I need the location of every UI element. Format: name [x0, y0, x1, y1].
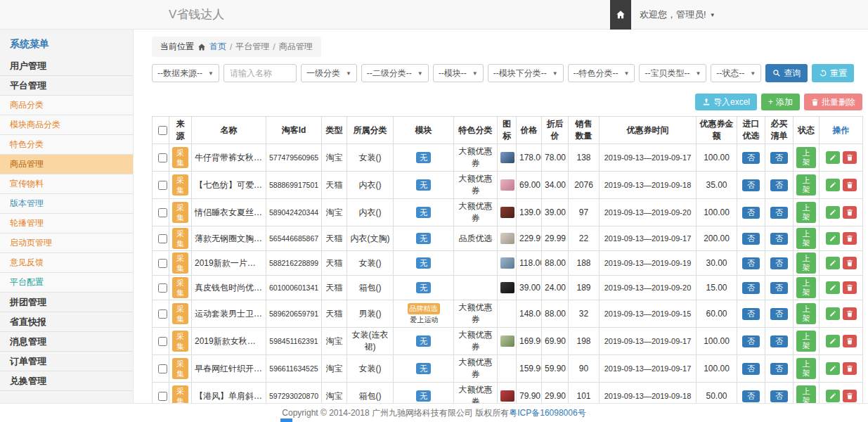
sidebar-item[interactable]: 宣传物料: [0, 174, 133, 194]
delete-button[interactable]: [843, 362, 857, 375]
sidebar-item[interactable]: 订单管理: [0, 352, 133, 371]
row-checkbox[interactable]: [158, 181, 167, 190]
add-button[interactable]: + 添加: [761, 94, 800, 110]
status-button[interactable]: 上架: [796, 385, 816, 403]
sidebar-item[interactable]: 商品分类: [0, 96, 133, 115]
import-select-toggle[interactable]: 否: [742, 233, 760, 245]
must-buy-toggle[interactable]: 否: [770, 308, 788, 320]
import-select-toggle[interactable]: 否: [742, 257, 760, 269]
user-menu[interactable]: 欢迎您，管理员! ▼: [631, 8, 727, 21]
edit-button[interactable]: [826, 307, 840, 320]
import-select-toggle[interactable]: 否: [742, 282, 760, 294]
product-name: 早春网红针织开衫女春...: [192, 355, 266, 383]
row-checkbox[interactable]: [158, 337, 167, 346]
edit-button[interactable]: [826, 281, 840, 294]
row-checkbox[interactable]: [158, 309, 167, 319]
import-select-toggle[interactable]: 否: [742, 363, 760, 375]
row-checkbox[interactable]: [158, 153, 167, 162]
sidebar-item[interactable]: 意见反馈: [0, 253, 133, 273]
must-buy-toggle[interactable]: 否: [770, 152, 788, 164]
delete-button[interactable]: [843, 206, 857, 219]
icon-cell: [498, 172, 517, 199]
sidebar-item[interactable]: 轮播管理: [0, 214, 133, 234]
batch-delete-button[interactable]: 批量删除: [804, 94, 862, 110]
status-button[interactable]: 上架: [796, 252, 816, 274]
import-excel-button[interactable]: 导入excel: [695, 94, 757, 110]
edit-button[interactable]: [826, 362, 840, 375]
row-checkbox[interactable]: [158, 392, 167, 401]
delete-button[interactable]: [843, 151, 857, 164]
delete-button[interactable]: [843, 281, 857, 294]
status-button[interactable]: 上架: [796, 303, 816, 324]
import-select-toggle[interactable]: 否: [742, 335, 760, 347]
sidebar-item[interactable]: 平台管理: [0, 76, 133, 96]
must-buy-toggle[interactable]: 否: [770, 335, 788, 347]
must-buy-toggle[interactable]: 否: [770, 207, 788, 219]
must-buy-toggle[interactable]: 否: [770, 179, 788, 191]
status-button[interactable]: 上架: [796, 147, 816, 168]
edit-button[interactable]: [826, 335, 840, 347]
import-select-toggle[interactable]: 否: [742, 390, 760, 402]
sidebar-item[interactable]: 特色分类: [0, 135, 133, 155]
row-checkbox[interactable]: [158, 283, 167, 293]
status-button[interactable]: 上架: [796, 358, 816, 379]
breadcrumb-home-link[interactable]: 首页: [209, 41, 226, 53]
edit-button[interactable]: [826, 257, 840, 269]
import-select-toggle[interactable]: 否: [742, 207, 760, 219]
home-button[interactable]: [610, 0, 631, 30]
sidebar-item[interactable]: 平台配置: [0, 273, 133, 293]
filter-select[interactable]: --模块下分类--▼: [488, 64, 564, 82]
must-buy-toggle[interactable]: 否: [770, 390, 788, 402]
must-buy-toggle[interactable]: 否: [770, 282, 788, 294]
sidebar-item[interactable]: 拼团管理: [0, 293, 133, 312]
status-button[interactable]: 上架: [796, 277, 816, 298]
status-button[interactable]: 上架: [796, 228, 816, 249]
filter-select[interactable]: --数据来源--▼: [152, 64, 219, 82]
import-select-toggle[interactable]: 否: [742, 308, 760, 320]
name-search-input[interactable]: [224, 64, 297, 82]
sidebar-item[interactable]: 兑换管理: [0, 371, 133, 391]
row-checkbox[interactable]: [158, 259, 167, 268]
status-button[interactable]: 上架: [796, 331, 816, 352]
icp-link[interactable]: 粤ICP备16098006号: [509, 407, 585, 419]
delete-button[interactable]: [843, 307, 857, 320]
filter-select[interactable]: 一级分类▼: [301, 64, 357, 82]
sidebar-item[interactable]: 省直快报: [0, 312, 133, 332]
status-button[interactable]: 上架: [796, 174, 816, 196]
search-button[interactable]: 查询: [765, 64, 808, 82]
edit-button[interactable]: [826, 232, 840, 245]
import-select-toggle[interactable]: 否: [742, 179, 760, 191]
row-checkbox[interactable]: [158, 364, 167, 373]
filter-select[interactable]: --特色分类--▼: [568, 64, 635, 82]
filter-select[interactable]: --状态--▼: [711, 64, 761, 82]
delete-button[interactable]: [843, 390, 857, 402]
row-checkbox[interactable]: [158, 208, 167, 217]
sidebar-item[interactable]: 版本管理: [0, 194, 133, 214]
import-select-toggle[interactable]: 否: [742, 152, 760, 164]
delete-button[interactable]: [843, 257, 857, 269]
sidebar-item[interactable]: 模块商品分类: [0, 115, 133, 135]
delete-button[interactable]: [843, 179, 857, 191]
must-buy-toggle[interactable]: 否: [770, 257, 788, 269]
status-button[interactable]: 上架: [796, 202, 816, 223]
reset-button[interactable]: 重置: [812, 64, 854, 82]
delete-button[interactable]: [843, 232, 857, 245]
sidebar-item[interactable]: [0, 391, 133, 403]
sidebar-item[interactable]: 启动页管理: [0, 234, 133, 253]
filter-select[interactable]: --宝贝类型--▼: [639, 64, 706, 82]
edit-button[interactable]: [826, 151, 840, 164]
must-buy-toggle[interactable]: 否: [770, 233, 788, 245]
filter-select[interactable]: --二级分类--▼: [361, 64, 429, 82]
delete-button[interactable]: [843, 335, 857, 347]
edit-button[interactable]: [826, 206, 840, 219]
must-buy-toggle[interactable]: 否: [770, 363, 788, 375]
product-name: 薄款无钢圈文胸聚拢性...: [192, 226, 266, 251]
select-all-checkbox[interactable]: [158, 126, 167, 135]
edit-button[interactable]: [826, 390, 840, 402]
sidebar-item[interactable]: 用户管理: [0, 56, 133, 76]
edit-button[interactable]: [826, 179, 840, 191]
row-checkbox[interactable]: [158, 234, 167, 243]
sidebar-item[interactable]: 消息管理: [0, 332, 133, 352]
filter-select[interactable]: --模块--▼: [433, 64, 484, 82]
sidebar-item[interactable]: 商品管理: [0, 155, 133, 174]
